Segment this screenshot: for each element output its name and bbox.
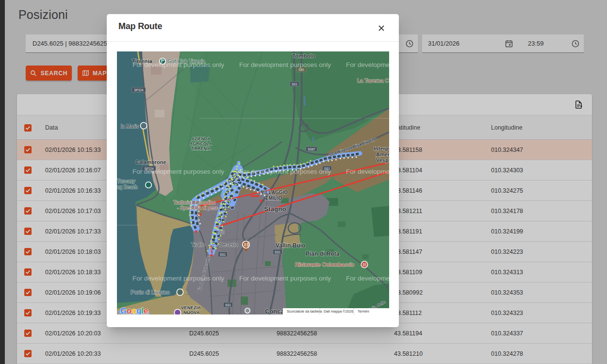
svg-text:G: G <box>120 306 127 314</box>
svg-text:Conca: Conca <box>265 308 285 314</box>
svg-text:For development purposes only: For development purposes only <box>239 168 331 175</box>
svg-text:Stagno: Stagno <box>264 205 286 213</box>
svg-text:VILLAGGIO: VILLAGGIO <box>261 190 288 195</box>
svg-text:Tombolo: Tombolo <box>292 53 315 59</box>
svg-text:TIRRENIA: TIRRENIA <box>191 146 211 151</box>
svg-text:AZIENDA: AZIENDA <box>192 136 210 141</box>
svg-text:SS1: SS1 <box>225 303 231 307</box>
svg-text:SS1: SS1 <box>292 83 298 86</box>
svg-text:Scorciatoie da tastiera: Scorciatoie da tastiera <box>287 309 322 314</box>
svg-text:la Maris: la Maris <box>121 123 139 129</box>
svg-text:EMILIO: EMILIO <box>265 196 282 201</box>
svg-text:Interporto: Interporto <box>374 146 389 151</box>
svg-text:Tratto: Tratto <box>191 242 205 248</box>
svg-text:La Taverna C: La Taverna C <box>357 78 389 83</box>
svg-text:For development purposes only: For development purposes only <box>346 168 389 175</box>
svg-text:Calambrone: Calambrone <box>135 159 166 165</box>
svg-text:Vallin Buio: Vallin Buio <box>276 242 305 249</box>
svg-text:e: e <box>144 306 148 314</box>
svg-text:For development purposes only: For development purposes only <box>239 275 331 282</box>
svg-text:- Specialità di pesc: - Specialità di pesc <box>177 205 218 211</box>
svg-text:g: g <box>136 306 141 314</box>
svg-text:Deserto: Deserto <box>219 242 238 248</box>
svg-text:Porto di Livorno: Porto di Livorno <box>131 289 170 295</box>
svg-text:SS1: SS1 <box>275 250 281 254</box>
svg-text:o: o <box>127 306 131 314</box>
svg-text:n Tuscany: n Tuscany <box>117 179 135 184</box>
svg-text:For development purposes only: For development purposes only <box>346 275 389 282</box>
svg-text:SS1: SS1 <box>220 253 226 256</box>
svg-text:For development purposes only: For development purposes only <box>132 61 224 68</box>
svg-text:Ristorante Colombaccio: Ristorante Colombaccio <box>295 262 354 267</box>
svg-text:SS67: SS67 <box>308 148 315 151</box>
svg-text:For development purposes only: For development purposes only <box>132 275 224 282</box>
svg-text:For development purposes only: For development purposes only <box>346 61 389 68</box>
svg-text:For development purposes only: For development purposes only <box>132 168 224 175</box>
svg-text:AGRICOLA: AGRICOLA <box>190 141 212 146</box>
svg-text:og Beach: og Beach <box>117 184 137 190</box>
svg-text:SP224: SP224 <box>134 88 144 92</box>
svg-text:Amerigo: Amerigo <box>376 151 389 157</box>
svg-text:Vespucci: Vespucci <box>376 157 389 163</box>
svg-text:For development purposes only: For development purposes only <box>239 61 331 68</box>
svg-text:NUOVA: NUOVA <box>183 310 200 314</box>
svg-text:Trattoria Armandino: Trattoria Armandino <box>173 200 216 205</box>
svg-text:o: o <box>131 306 136 314</box>
svg-text:Dati mappa ©2026: Dati mappa ©2026 <box>324 309 353 314</box>
svg-text:Pian di Rota: Pian di Rota <box>306 250 340 257</box>
svg-text:Termini: Termini <box>358 309 369 314</box>
